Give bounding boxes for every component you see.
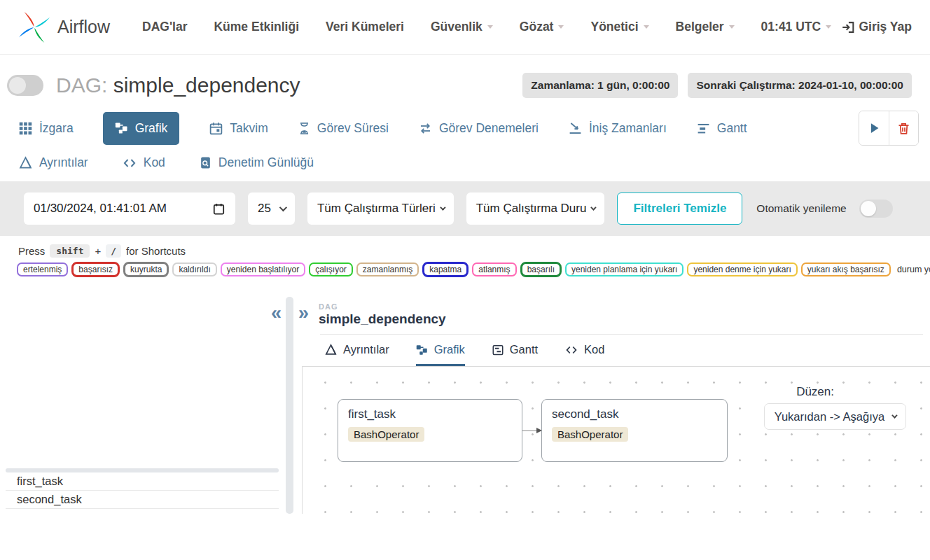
view-tabs: İzgara Grafik Takvim Görev Süresi	[0, 108, 930, 181]
nav-item-0[interactable]: DAG'lar	[142, 20, 187, 34]
edge-first-to-second	[522, 430, 541, 431]
details-tab-ayrintilar[interactable]: Ayrıntılar	[324, 343, 389, 366]
tab-label: Takvim	[230, 121, 268, 136]
nav-item-label: Güvenlik	[431, 20, 483, 34]
base-date-input[interactable]: 01/30/2024, 01:41:01 AM	[24, 192, 235, 225]
tab-label: Görev Süresi	[317, 121, 389, 136]
details-dag-name: simple_dependency	[319, 312, 930, 327]
run-type-value: Tüm Çalıştırma Türleri	[317, 202, 436, 216]
tab-ayrintilar[interactable]: Ayrıntılar	[18, 155, 88, 170]
chevron-down-icon	[826, 25, 831, 29]
tab-izgara[interactable]: İzgara	[18, 121, 74, 136]
nav-item-1[interactable]: Küme Etkinliği	[214, 20, 299, 34]
shortcuts-suffix: for Shortcuts	[126, 245, 186, 257]
tab-gantt[interactable]: Gantt	[696, 121, 747, 136]
layout-select[interactable]: Yukarıdan -> Aşağıya	[764, 403, 906, 430]
tab-label: Kod	[144, 155, 165, 170]
task-node-first-task[interactable]: first_task BashOperator	[338, 399, 522, 462]
airflow-logo	[18, 11, 50, 43]
page-size-value: 25	[258, 202, 271, 216]
tab-label: Grafik	[135, 121, 168, 136]
status-badge: başarılı	[520, 262, 562, 277]
status-badge: atlanmış	[472, 262, 516, 276]
nav-item-label: 01:41 UTC	[761, 20, 821, 34]
next-run-badge: Sonraki Çalıştırma: 2024-01-10, 00:00:00	[688, 73, 912, 98]
dag-pause-toggle[interactable]	[7, 75, 43, 96]
clear-filters-button[interactable]: Filtreleri Temizle	[617, 192, 742, 225]
details-tab-gantt[interactable]: Gantt	[492, 343, 538, 366]
navbar: Airflow DAG'larKüme EtkinliğiVeri Kümele…	[0, 0, 930, 55]
play-icon	[866, 120, 882, 136]
brand[interactable]: Airflow	[18, 11, 110, 43]
brand-name: Airflow	[57, 17, 110, 37]
dag-meta-badges: Zamanlama: 1 gün, 0:00:00 Sonraki Çalışt…	[522, 73, 912, 98]
details-tab-kod[interactable]: Kod	[564, 343, 604, 366]
graph-canvas[interactable]: first_task BashOperator second_task Bash…	[302, 366, 930, 514]
auto-refresh-label: Otomatik yenileme	[756, 202, 846, 215]
auto-refresh-toggle[interactable]	[859, 200, 893, 218]
grid-panel: « first_tasksecond_task	[0, 297, 286, 514]
layout-value: Yukarıdan -> Aşağıya	[775, 410, 884, 424]
task-row-first_task[interactable]: first_task	[6, 472, 279, 491]
grid-and-details: « first_tasksecond_task » DAG simple_dep…	[0, 297, 930, 514]
status-badge: ertelenmiş	[17, 262, 68, 276]
details-tab-grafik[interactable]: Grafik	[416, 343, 465, 366]
task-list: first_tasksecond_task	[6, 472, 279, 509]
tab-gorev-suresi[interactable]: Görev Süresi	[298, 121, 389, 136]
nav-item-3[interactable]: Güvenlik	[431, 20, 493, 34]
nav-item-2[interactable]: Veri Kümeleri	[326, 20, 404, 34]
run-type-select[interactable]: Tüm Çalıştırma Türleri	[307, 192, 454, 225]
status-badge: zamanlanmış	[356, 262, 419, 276]
shift-key: shift	[50, 244, 90, 258]
page-size-select[interactable]: 25	[248, 192, 295, 225]
details-icon	[324, 343, 338, 356]
nav-item-label: Veri Kümeleri	[326, 20, 404, 34]
details-tab-label: Gantt	[510, 343, 538, 356]
details-tabs: Ayrıntılar Grafik Gantt	[302, 335, 930, 366]
gantt-icon	[696, 121, 711, 136]
tab-kod[interactable]: Kod	[122, 155, 165, 170]
tab-label: Görev Denemeleri	[439, 121, 539, 136]
panel-resize-handle[interactable]	[286, 297, 293, 514]
collapse-panel-icon[interactable]: «	[271, 304, 282, 323]
base-date-value: 01/30/2024, 01:41:01 AM	[34, 202, 167, 216]
details-panel: » DAG simple_dependency Ayrıntılar	[293, 297, 930, 514]
status-badge: yeniden başlatılıyor	[221, 262, 305, 276]
operator-badge: BashOperator	[348, 427, 424, 442]
status-badge: çalışıyor	[309, 262, 353, 276]
status-badge: başarısız	[71, 262, 120, 277]
tab-gorev-denemeleri[interactable]: Görev Denemeleri	[418, 121, 539, 136]
nav-item-6[interactable]: Belgeler	[676, 20, 735, 34]
login-button[interactable]: Giriş Yap	[840, 20, 912, 35]
tab-grafik[interactable]: Grafik	[103, 112, 180, 145]
nav-item-4[interactable]: Gözat	[520, 20, 564, 34]
task-node-second-task[interactable]: second_task BashOperator	[541, 399, 728, 462]
trash-icon	[896, 121, 911, 136]
operator-badge: BashOperator	[552, 427, 628, 442]
login-icon	[840, 20, 856, 35]
nav-item-5[interactable]: Yönetici	[590, 20, 648, 34]
tab-label: İzgara	[39, 121, 74, 136]
task-node-title: first_task	[348, 407, 512, 421]
chevron-down-icon	[729, 25, 735, 29]
tab-denetim-gunlugu[interactable]: Denetim Günlüğü	[199, 155, 314, 170]
status-badge: yeniden denme için yukarı	[687, 262, 797, 276]
expand-panel-icon[interactable]: »	[298, 304, 309, 323]
tab-inis-zamanlari[interactable]: İniş Zamanları	[568, 121, 667, 136]
trigger-dag-button[interactable]	[859, 111, 889, 145]
tab-takvim[interactable]: Takvim	[209, 121, 268, 136]
dag-name: simple_dependency	[113, 74, 300, 97]
code-icon	[564, 344, 578, 356]
audit-log-icon	[199, 155, 212, 170]
tab-label: İniş Zamanları	[589, 121, 667, 136]
page-title: DAG: simple_dependency	[56, 74, 300, 97]
task-row-second_task[interactable]: second_task	[6, 491, 279, 509]
details-header: DAG simple_dependency	[302, 297, 930, 327]
chevron-down-icon	[591, 204, 597, 210]
nav-item-label: Belgeler	[676, 20, 724, 34]
delete-dag-button[interactable]	[889, 111, 918, 145]
task-node-title: second_task	[552, 407, 717, 421]
run-state-select[interactable]: Tüm Çalıştırma Duru	[466, 192, 605, 225]
status-badge: yeniden planlama için yukarı	[565, 262, 683, 276]
nav-item-7[interactable]: 01:41 UTC	[761, 20, 832, 34]
